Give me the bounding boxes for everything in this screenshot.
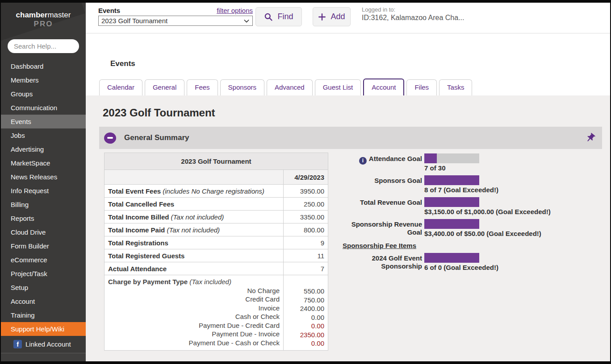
tab-content: 2023 Golf Tournament General Summary 202… [86,95,610,361]
tab-tasks[interactable]: Tasks [439,79,472,95]
sidebar-item-info-request[interactable]: Info Request [1,184,86,198]
sidebar-item-marketspace[interactable]: MarketSpace [1,156,86,170]
main-area: Events filter options 2023 Golf Tourname… [86,3,610,361]
page-head: Events Calendar General Fees Sponsors Ad… [86,33,610,95]
goal-caption: 7 of 30 [424,164,479,172]
total-revenue-progress-bar [424,197,479,207]
charge-label: Payment Due - Credit Card [108,321,280,330]
sidebar-item-reports[interactable]: Reports [1,211,86,225]
charge-by-payment-row: Charge by Payment Type (Tax included) No… [105,275,328,351]
charge-label: Payment Due - Invoice [108,330,280,339]
charge-value-due: 0.00 [287,339,324,348]
info-icon[interactable]: i [359,157,367,165]
sidebar-item-training[interactable]: Training [1,308,86,322]
charge-label: Cash or Check [108,312,280,321]
filter-options-link[interactable]: filter options [217,7,253,14]
sidebar-item-dashboard[interactable]: Dashboard [1,59,86,73]
search-icon [264,12,273,21]
table-title: 2023 Golf Tournament [105,153,328,170]
find-button[interactable]: Find [255,7,302,26]
goal-sponsorship-revenue: Sponsorship Revenue Goal $3,400.00 of $5… [339,219,551,237]
sidebar-item-billing[interactable]: Billing [1,198,86,211]
charge-value-due: 2350.00 [287,331,324,339]
sidebar-item-ecommerce[interactable]: eCommerce [1,253,86,267]
table-row: Total Income Paid (Tax not included)800.… [105,223,328,236]
add-button-label: Add [331,12,345,21]
event-select-value: 2023 Golf Tournament [101,17,167,25]
table-row: Total Cancelled Fees 250.00 [105,198,328,211]
add-button[interactable]: Add [313,7,351,26]
tab-fees[interactable]: Fees [187,79,218,95]
sidebar-footer [1,353,86,361]
tab-bar: Calendar General Fees Sponsors Advanced … [99,79,474,95]
charge-label: No Charge [108,286,280,295]
sidebar-item-groups[interactable]: Groups [1,87,86,101]
brand-logo: chambermaster [1,11,86,20]
charge-label: Invoice [108,304,280,313]
tab-calendar[interactable]: Calendar [99,79,142,95]
table-row: Actual Attendance 7 [105,262,328,275]
charge-value-due: 0.00 [287,322,324,331]
goals-panel: iAttendance Goal 7 of 30 Sponsors Goal 8… [339,153,551,351]
goal-caption: $3,400.00 of $50.00 (Goal Exceeded!) [424,230,541,237]
sidebar: chambermaster PRO Dashboard Members Grou… [1,3,86,361]
fee-item-progress-bar [424,253,479,263]
date-header: 4/29/2023 [284,170,328,185]
pushpin-icon[interactable] [585,132,596,143]
facebook-icon: f [13,340,22,348]
sidebar-item-form-builder[interactable]: Form Builder [1,239,86,253]
sponsorship-fee-items-heading[interactable]: Sponsorship Fee Items [343,242,551,249]
sponsorship-revenue-progress-bar [424,219,479,229]
sponsors-progress-bar [424,175,479,185]
goal-caption: 6 of 0 (Goal Exceeded!) [424,264,498,271]
sidebar-item-advertising[interactable]: Advertising [1,142,86,156]
collapse-icon[interactable] [104,132,116,144]
sidebar-item-project-task[interactable]: Project/Task [1,267,86,281]
sidebar-item-communication[interactable]: Communication [1,101,86,115]
event-select[interactable]: 2023 Golf Tournament [98,16,253,26]
sidebar-item-members[interactable]: Members [1,73,86,87]
sidebar-item-jobs[interactable]: Jobs [1,128,86,142]
tab-guest-list[interactable]: Guest List [315,79,361,95]
table-row: Total Income Billed (Tax not included)33… [105,211,328,223]
sidebar-item-news-releases[interactable]: News Releases [1,170,86,184]
goal-caption: 8 of 7 (Goal Exceeded!) [424,186,498,194]
linked-account-label: Linked Account [25,340,71,348]
sidebar-item-setup[interactable]: Setup [1,281,86,294]
logged-in-label: Logged in to: [362,6,464,13]
table-date-row: 4/29/2023 [105,170,328,185]
table-row: Total Registered Guests 11 [105,249,328,262]
brand-pro-label: PRO [1,20,86,29]
chevron-down-icon [243,17,250,25]
sidebar-item-events[interactable]: Events [1,115,86,128]
charge-label: Credit Card [108,295,280,304]
sidebar-item-cloud-drive[interactable]: Cloud Drive [1,225,86,239]
charge-value: 0.00 [287,313,324,322]
logged-in-value: ID:3162, Kalamazoo Area Cha... [362,14,464,22]
top-bar: Events filter options 2023 Golf Tourname… [86,3,610,33]
table-title-row: 2023 Golf Tournament [105,153,328,170]
sidebar-item-account[interactable]: Account [1,294,86,308]
find-button-label: Find [277,12,293,21]
help-search-input[interactable] [8,39,79,53]
sidebar-item-support-help-wiki[interactable]: Support Help/Wiki [1,322,86,336]
plus-icon [318,13,326,21]
tab-account[interactable]: Account [363,79,404,95]
general-summary-title: General Summary [124,133,189,142]
event-title: 2023 Golf Tournament [103,107,610,119]
goal-total-revenue: Total Revenue Goal $3,150.00 of $1,000.0… [339,197,551,215]
summary-table: 2023 Golf Tournament 4/29/2023 Total Eve… [104,153,328,351]
table-row: Total Event Fees (includes No Charge reg… [105,185,328,198]
tab-general[interactable]: General [145,79,184,95]
page-title: Events [110,59,135,68]
attendance-progress-bar [424,153,479,163]
charge-label: Payment Due - Cash or Check [108,339,280,347]
tab-files[interactable]: Files [406,79,437,95]
sidebar-nav: Dashboard Members Groups Communication E… [1,59,86,352]
tab-advanced[interactable]: Advanced [267,79,313,95]
app-frame: chambermaster PRO Dashboard Members Grou… [0,0,611,364]
charge-value: 2400.00 [287,304,324,313]
tab-sponsors[interactable]: Sponsors [220,79,264,95]
sidebar-item-linked-account[interactable]: f Linked Account [1,336,86,352]
goal-2024-golf-sponsorship: 2024 Golf Event Sponsorship 6 of 0 (Goal… [339,253,551,271]
